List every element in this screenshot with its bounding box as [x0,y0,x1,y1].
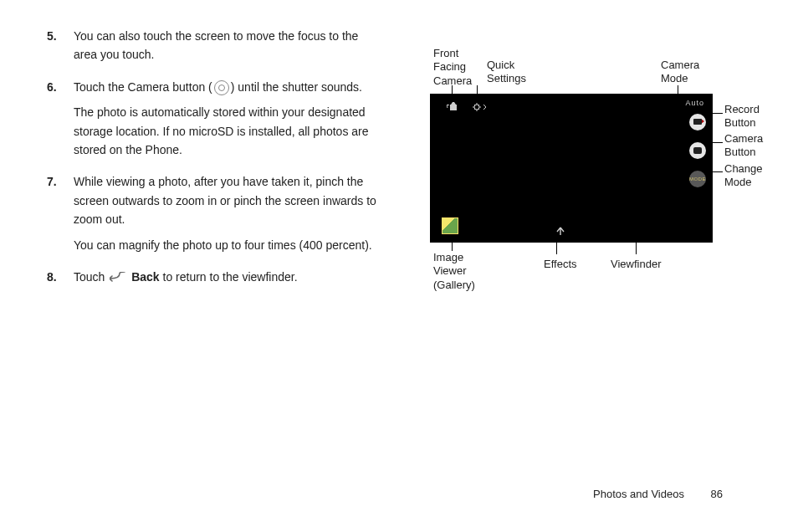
callout-viewfinder: Viewfinder [611,258,661,271]
callout-camera-mode: Camera Mode [661,59,711,86]
step-text: Touch the Camera button () until the shu… [74,78,381,96]
step-number: 8. [47,268,74,294]
step-number: 5. [47,27,74,71]
step-text: You can magnify the photo up to four tim… [74,236,381,254]
callout-camera-button: Camera Button [724,132,763,160]
footer-section: Photos and Videos [593,488,684,500]
step-number: 7. [47,172,74,261]
camera-viewfinder-screenshot: Auto MODE [430,94,713,243]
camera-button-icon [214,80,229,95]
connector-line [452,243,453,251]
instruction-list: 5. You can also touch the screen to move… [47,27,381,300]
step-number: 6. [47,78,74,166]
callout-front-facing-camera: Front Facing Camera [433,47,483,88]
quick-settings-icon[interactable] [472,102,487,115]
back-label: Back [131,270,159,284]
effects-up-arrow-icon[interactable] [555,226,565,238]
callout-quick-settings: Quick Settings [487,59,537,86]
gallery-thumbnail-icon[interactable] [442,217,458,234]
step-text: The photo is automatically stored within… [74,103,381,159]
step-8: 8. Touch Back to return to the viewfinde… [47,268,381,294]
step-5: 5. You can also touch the screen to move… [47,27,381,71]
back-icon [110,269,126,287]
footer-page-number: 86 [711,488,723,500]
callout-effects: Effects [544,258,577,271]
page-footer: Photos and Videos 86 [593,488,723,500]
step-6: 6. Touch the Camera button () until the … [47,78,381,166]
camera-button-icon[interactable] [689,142,706,159]
change-mode-button[interactable]: MODE [689,171,706,187]
step-text: Touch Back to return to the viewfinder. [74,268,381,287]
callout-change-mode: Change Mode [724,162,763,190]
step-text: While viewing a photo, after you have ta… [74,172,381,228]
callout-image-viewer: Image Viewer (Gallery) [433,251,483,292]
step-text: You can also touch the screen to move th… [74,27,381,64]
camera-mode-label[interactable]: Auto [685,99,704,107]
front-camera-icon[interactable] [447,102,460,115]
record-button-icon[interactable] [689,114,706,130]
camera-ui-figure: Front Facing Camera Quick Settings Camer… [418,25,770,293]
step-7: 7. While viewing a photo, after you have… [47,172,381,261]
callout-record-button: Record Button [724,103,760,130]
